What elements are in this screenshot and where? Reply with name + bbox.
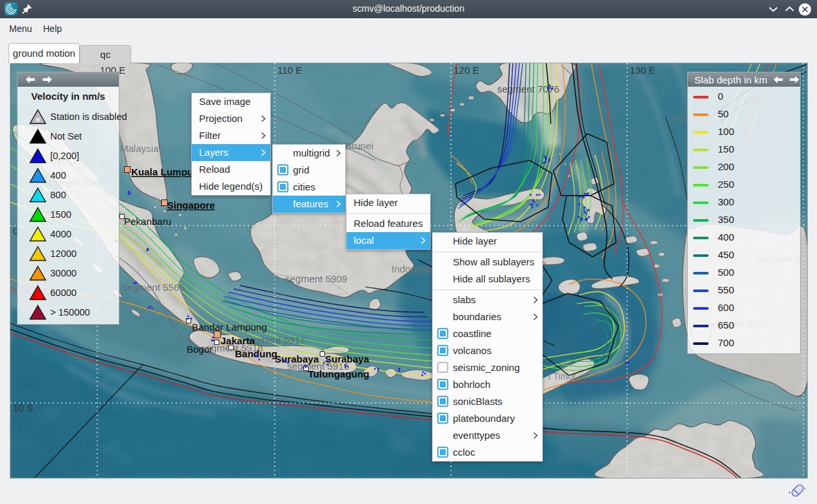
svg-text:110 E: 110 E bbox=[277, 65, 302, 76]
svg-text:Singapore: Singapore bbox=[167, 200, 215, 211]
svg-text:segment 5909: segment 5909 bbox=[285, 273, 347, 284]
svg-text:Surabaya: Surabaya bbox=[275, 353, 319, 364]
svg-text:segment 5565: segment 5565 bbox=[123, 282, 185, 293]
svg-text:Pekanbaru: Pekanbaru bbox=[124, 216, 172, 227]
svg-text:Jakarta: Jakarta bbox=[221, 335, 255, 346]
svg-text:Bandung: Bandung bbox=[235, 348, 277, 359]
svg-text:Malaysia: Malaysia bbox=[120, 143, 159, 154]
svg-text:Tulungagung: Tulungagung bbox=[308, 368, 369, 379]
svg-text:10 S: 10 S bbox=[13, 402, 33, 413]
svg-text:Brunei: Brunei bbox=[345, 140, 373, 151]
svg-text:Bandar Lampung: Bandar Lampung bbox=[192, 321, 267, 333]
svg-text:Surabaya: Surabaya bbox=[325, 353, 369, 364]
svg-text:Indonesia: Indonesia bbox=[392, 263, 435, 274]
svg-text:Kuala Lumpur: Kuala Lumpur bbox=[131, 166, 197, 177]
svg-text:x: x bbox=[36, 115, 40, 123]
svg-text:120 E: 120 E bbox=[454, 65, 479, 76]
svg-text:Bogor: Bogor bbox=[187, 344, 213, 355]
svg-text:130 E: 130 E bbox=[630, 65, 655, 76]
svg-text:t Timor: t Timor bbox=[548, 371, 576, 381]
